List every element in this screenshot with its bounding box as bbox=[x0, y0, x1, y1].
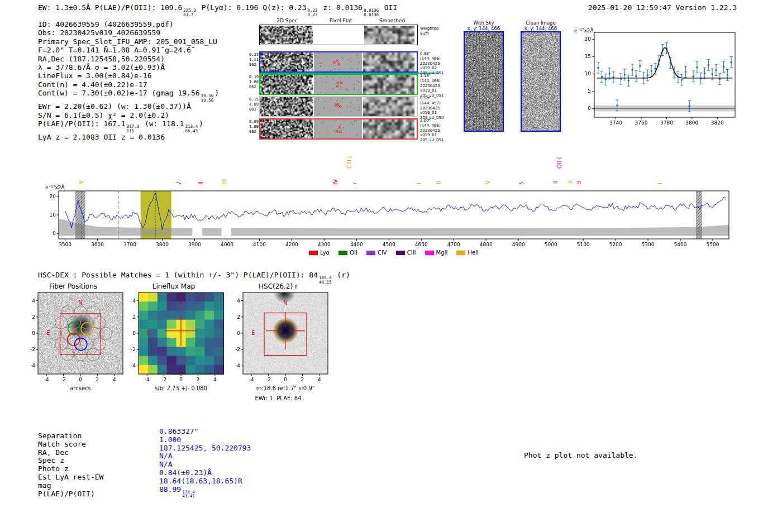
match-table-labels: Separation Match score RA, Dec Spec z Ph… bbox=[38, 432, 103, 498]
info-line-obs: Obs: 20230425v019_4026639559 bbox=[38, 28, 219, 37]
col-header-2d-spec: 2D Spec bbox=[260, 18, 314, 23]
cutout-2d-spec-image bbox=[260, 75, 313, 94]
info-line-redshifts: LyA z = 2.1083 OII z = 0.0136 bbox=[38, 133, 219, 141]
legend-label: OII bbox=[350, 250, 357, 256]
text-segment: Primary Spec_Slot_IFU_AMP: 205_091_058_L… bbox=[38, 37, 217, 46]
legend-swatch bbox=[366, 251, 375, 255]
hsc-ewr-caption: EWr: 1. PLAE: 84 bbox=[225, 395, 331, 401]
cutout-grid: 2D Spec Pixel Flat Smoothed Weighted Sum… bbox=[249, 17, 452, 145]
text-segment: OII bbox=[380, 3, 397, 12]
legend-label: CIV bbox=[378, 250, 387, 256]
match-label-est-ew: Est LyA rest-EW bbox=[38, 473, 103, 482]
cutout-pixel-flat-image bbox=[314, 97, 362, 116]
text-segment: Cont(w) = 7.30(±0.02)e-17 (gmag 19.56 bbox=[38, 89, 200, 97]
text-segment: S/N = 6.1(±0.5) χ² = 2.0(±0.2) bbox=[38, 111, 169, 119]
match-value-score: 1.000 bbox=[159, 436, 251, 444]
stacked-fraction: 19.5619.56 bbox=[201, 94, 214, 102]
fiber-positions-title: Fiber Positions bbox=[20, 282, 126, 290]
stacked-fraction: 225.361.7 bbox=[183, 8, 196, 17]
emission-line-label: OII ( bbox=[556, 157, 562, 169]
weighted-sum-label: Weighted Sum bbox=[420, 26, 452, 36]
text-segment: 88.99 bbox=[159, 485, 181, 493]
cutout-row-2-info: 1.13" (144, 466) 20230425 v019_01 205_LU… bbox=[420, 74, 452, 98]
cutout-pixel-flat-image bbox=[314, 52, 362, 71]
stacked-fraction: 0.230.23 bbox=[308, 8, 318, 17]
text-segment: Obs: 20230425v019_4026639559 bbox=[38, 28, 160, 37]
legend-swatch bbox=[396, 251, 405, 255]
info-line-sn: S/N = 6.1(±0.5) χ² = 2.0(±0.2) bbox=[38, 111, 219, 119]
emission-line-label: CIII ( bbox=[346, 156, 352, 169]
match-value-est-ew: 0.84(±0.23)Å bbox=[159, 469, 251, 477]
text-segment: ) bbox=[214, 89, 219, 97]
match-label-mag: mag bbox=[38, 482, 103, 490]
cutout-row-1-stats: 0.23 1.11 062 bbox=[249, 52, 259, 68]
weighted-sum-row bbox=[259, 25, 418, 45]
info-line-lineflux: LineFlux = 3.00(±0.84)e-16 bbox=[38, 71, 219, 80]
match-value-mag: 18.64(18.63,18.65)R bbox=[159, 477, 251, 486]
col-header-smoothed: Smoothed bbox=[366, 18, 418, 23]
hsc-cutout-title: HSC(26.2) r bbox=[225, 282, 331, 290]
match-label-photoz: Photo z bbox=[38, 465, 103, 473]
legend-item: HeII bbox=[456, 250, 479, 256]
cutout-smoothed-image bbox=[363, 119, 414, 138]
info-line-ewr: EWr = 2.20(±0.62) (w: 1.30(±0.37))Å bbox=[38, 102, 219, 111]
text-segment: P(Lyα): 0.196 Q(z): 0.23 bbox=[197, 3, 307, 12]
full-spectrum-plot bbox=[44, 184, 733, 249]
legend-item: CIII bbox=[396, 250, 416, 256]
info-line-cont-w: Cont(w) = 7.30(±0.02)e-17 (gmag 19.5619.… bbox=[38, 89, 219, 102]
weighted-smoothed-image bbox=[364, 26, 414, 44]
with-sky-panel bbox=[464, 31, 504, 132]
legend-label: CIII bbox=[407, 250, 416, 256]
match-value-radec: 187.125425, 50.220793 bbox=[159, 444, 251, 453]
match-label-score: Match score bbox=[38, 440, 103, 449]
match-value-specz: N/A bbox=[159, 452, 251, 461]
cutout-row-4 bbox=[259, 118, 418, 140]
legend-item: OII bbox=[338, 250, 357, 256]
cutout-row-4-stats: 0.09 1.80 062 bbox=[249, 119, 259, 135]
cutout-row-3-info: 0.58" (144, 457) 20230425 v019_01 205_LU… bbox=[420, 96, 452, 121]
photz-note: Phot z plot not available. bbox=[524, 451, 638, 459]
cutout-row-2-stats: 0.19 1.08 062 bbox=[249, 75, 259, 90]
spectrum-legend: LyαOIICIVCIIIMgIIHeII bbox=[59, 250, 729, 256]
stacked-fraction: 317.3115 bbox=[127, 124, 140, 133]
legend-item: MgII bbox=[425, 250, 448, 256]
cutout-row-2 bbox=[259, 74, 418, 95]
cutout-smoothed-image bbox=[363, 97, 414, 116]
match-label-plae: P(LAE)/P(OII) bbox=[38, 490, 103, 499]
with-sky-title: With Sky x, y: 144, 466 bbox=[456, 20, 512, 31]
match-value-photoz: N/A bbox=[159, 461, 251, 469]
cutout-row-4-info: 2.00" (144, 466) 20230425 v019_01 205_LU… bbox=[420, 118, 452, 143]
lineflux-map-title: Lineflux Map bbox=[121, 282, 227, 290]
summary-header: EW: 1.3±0.5Å P(LAE)/P(OII): 109.6225.361… bbox=[38, 3, 397, 17]
timestamp-version: 2025-01-20 12:59:47 Version 1.22.3 bbox=[588, 3, 737, 12]
cutout-2d-spec-image bbox=[260, 119, 313, 138]
text-segment: ) bbox=[199, 119, 203, 128]
legend-item: Lyα bbox=[309, 250, 330, 256]
info-line-cont-n: Cont(n) = 4.40(±0.22)e-17 bbox=[38, 80, 219, 89]
cutout-smoothed-image bbox=[363, 75, 414, 94]
match-table-values: 0.863327" 1.000 187.125425, 50.220793 N/… bbox=[159, 428, 251, 499]
info-line-wavelength: λ = 3778.67Å σ = 3.02(±0.93)Å bbox=[38, 63, 219, 71]
info-line-radec: RA,Dec (187.125458,50.220554) bbox=[38, 55, 219, 63]
legend-swatch bbox=[338, 251, 347, 255]
match-label-radec: RA, Dec bbox=[38, 449, 103, 457]
stacked-fraction: 178.443.41 bbox=[182, 490, 195, 499]
legend-item: CIV bbox=[366, 250, 387, 256]
weighted-pixel-flat-blank bbox=[314, 26, 363, 44]
match-label-separation: Separation bbox=[38, 432, 103, 440]
text-segment: λ = 3778.67Å σ = 3.02(±0.93)Å bbox=[38, 63, 165, 71]
info-line-seeing: F=2.0" T=0.141 N̄=1.08 A=0.91̄ g=24.6̄ bbox=[38, 46, 219, 54]
text-segment: P(LAE)/P(OII): 167.1 bbox=[38, 119, 126, 128]
text-segment: (r) bbox=[332, 271, 350, 279]
cutout-2d-spec-image bbox=[260, 97, 313, 116]
text-segment: EW: 1.3±0.5Å P(LAE)/P(OII): 109.6 bbox=[38, 3, 182, 12]
clean-image-panel bbox=[521, 31, 561, 132]
detection-info-block: ID: 4026639559 (4026639559.pdf) Obs: 202… bbox=[38, 20, 219, 141]
text-segment: LyA z = 2.1083 OII z = 0.0136 bbox=[38, 133, 165, 141]
info-line-plae: P(LAE)/P(OII): 167.1317.3115 (w: 118.121… bbox=[38, 119, 219, 133]
text-segment: (w: 118.1 bbox=[140, 119, 184, 128]
weighted-2d-spec-image bbox=[260, 26, 313, 44]
legend-label: HeII bbox=[468, 250, 479, 256]
cutout-smoothed-image bbox=[363, 52, 414, 71]
info-line-id: ID: 4026639559 (4026639559.pdf) bbox=[38, 20, 219, 28]
